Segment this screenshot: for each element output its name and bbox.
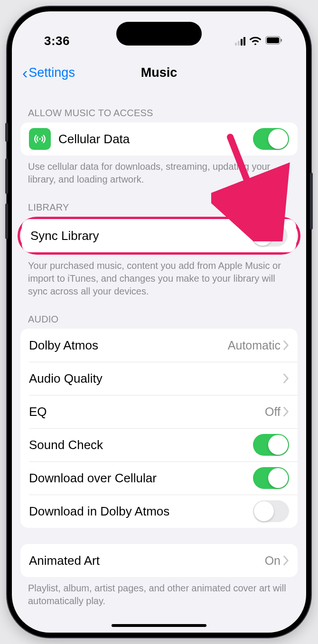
dl-cell-label: Download over Cellular xyxy=(29,471,253,486)
chevron-right-icon xyxy=(283,556,289,565)
animated-art-value: On xyxy=(265,554,281,568)
row-eq[interactable]: EQ Off xyxy=(20,395,298,428)
eq-label: EQ xyxy=(29,405,265,419)
status-icons xyxy=(235,36,282,47)
row-cellular-data[interactable]: Cellular Data xyxy=(20,122,298,156)
sync-library-toggle[interactable] xyxy=(252,225,288,247)
svg-point-3 xyxy=(39,138,40,139)
row-audio-quality[interactable]: Audio Quality xyxy=(20,362,298,395)
dynamic-island xyxy=(116,22,202,46)
chevron-right-icon xyxy=(283,374,289,383)
soundcheck-label: Sound Check xyxy=(29,438,253,452)
row-sync-library[interactable]: Sync Library xyxy=(22,219,296,252)
power-button xyxy=(310,173,313,230)
chevron-right-icon xyxy=(283,407,289,416)
chevron-left-icon: ‹ xyxy=(22,64,28,81)
svg-rect-2 xyxy=(281,39,282,42)
volume-down-button xyxy=(5,203,8,239)
animated-art-label: Animated Art xyxy=(29,553,265,568)
cellular-signal-icon xyxy=(235,37,245,46)
page-title: Music xyxy=(141,65,178,80)
back-button[interactable]: ‹ Settings xyxy=(22,64,75,81)
footer-art: Playlist, album, artist pages, and other… xyxy=(12,577,306,607)
sync-library-label: Sync Library xyxy=(30,229,252,243)
cellular-toggle[interactable] xyxy=(253,128,289,150)
row-download-cellular[interactable]: Download over Cellular xyxy=(20,461,298,495)
chevron-right-icon xyxy=(283,340,289,350)
group-audio: Dolby Atmos Automatic Audio Quality EQ O… xyxy=(20,329,298,528)
wifi-icon xyxy=(249,36,262,47)
phone-frame: 3:36 ‹ Settings Music xyxy=(7,7,311,637)
screen: 3:36 ‹ Settings Music xyxy=(12,11,306,633)
section-header-access: ALLOW MUSIC TO ACCESS xyxy=(12,87,306,122)
home-indicator[interactable] xyxy=(112,624,206,627)
battery-icon xyxy=(265,36,282,46)
side-button xyxy=(5,123,8,142)
dl-dolby-label: Download in Dolby Atmos xyxy=(29,504,253,519)
cellular-icon xyxy=(29,128,51,150)
back-label: Settings xyxy=(28,65,75,80)
dl-cell-toggle[interactable] xyxy=(253,467,289,489)
annotation-highlight: Sync Library xyxy=(18,217,300,255)
cellular-label: Cellular Data xyxy=(58,132,253,147)
status-time: 3:36 xyxy=(44,34,70,48)
volume-up-button xyxy=(5,158,8,194)
row-download-dolby[interactable]: Download in Dolby Atmos xyxy=(20,495,298,528)
svg-rect-1 xyxy=(267,37,279,43)
dl-dolby-toggle[interactable] xyxy=(253,500,289,522)
soundcheck-toggle[interactable] xyxy=(253,434,289,456)
group-access: Cellular Data xyxy=(20,122,298,156)
footer-library: Your purchased music, content you add fr… xyxy=(12,255,306,298)
eq-value: Off xyxy=(265,405,281,419)
row-animated-art[interactable]: Animated Art On xyxy=(20,544,298,577)
row-dolby-atmos[interactable]: Dolby Atmos Automatic xyxy=(20,329,298,362)
dolby-value: Automatic xyxy=(228,339,281,352)
dolby-label: Dolby Atmos xyxy=(29,338,228,353)
row-sound-check[interactable]: Sound Check xyxy=(20,428,298,461)
group-art: Animated Art On xyxy=(20,544,298,577)
footer-access: Use cellular data for downloads, streami… xyxy=(12,156,306,186)
quality-label: Audio Quality xyxy=(29,371,283,386)
nav-bar: ‹ Settings Music xyxy=(12,58,306,87)
section-header-audio: AUDIO xyxy=(12,298,306,329)
section-header-library: LIBRARY xyxy=(12,186,306,217)
content: ALLOW MUSIC TO ACCESS Cellular Data Use … xyxy=(12,87,306,626)
